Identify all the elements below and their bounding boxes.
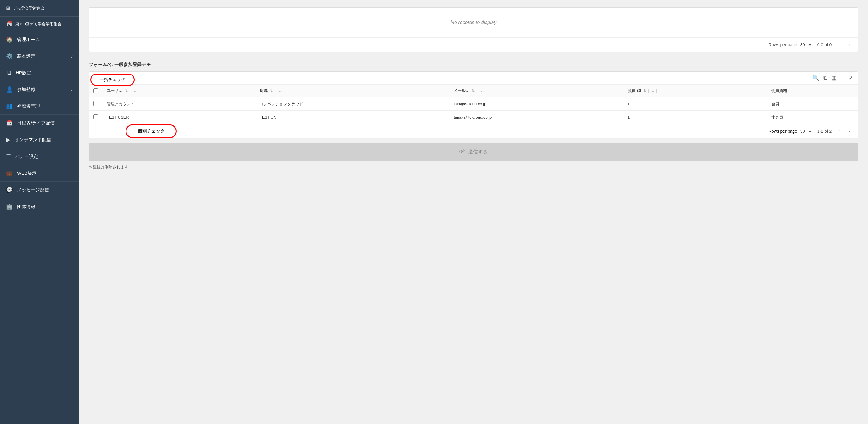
chat-icon: 💬 — [6, 187, 13, 193]
fullscreen-icon[interactable]: ⤢ — [848, 75, 853, 81]
col-affiliation-menu-icon[interactable]: ≡ — [278, 89, 280, 92]
rows-per-page-label-lower: Rows per page — [769, 129, 797, 134]
pagination-info-lower: 1-2 of 2 — [817, 129, 832, 134]
person-icon: 👤 — [6, 86, 13, 93]
table-row: 管理アカウント コンベンションクラウド info@c-cloud.co.jp 1… — [89, 97, 858, 111]
monitor-icon: 🖥 — [6, 70, 11, 76]
rows-per-page-lower: Rows per page 30 50 100 — [769, 129, 812, 134]
sidebar-item-schedule[interactable]: 📅 日程表/ライブ配信 — [0, 115, 79, 132]
row2-checkbox[interactable] — [93, 114, 98, 119]
chevron-down-icon2: ∨ — [70, 87, 73, 92]
pagination-info-upper: 0-0 of 0 — [817, 42, 832, 47]
sidebar-item-hp[interactable]: 🖥 HP設定 — [0, 65, 79, 81]
footnote: ※重複は削除されます — [89, 164, 858, 170]
row2-user: TEST USER — [102, 111, 255, 124]
row2-member-qual: 非会員 — [767, 111, 858, 124]
row2-affiliation: TEST UNI — [255, 111, 450, 124]
home-icon: 🏠 — [6, 36, 13, 43]
sidebar-item-banner[interactable]: ☰ バナー設定 — [0, 148, 79, 165]
row2-email-link[interactable]: tanaka@c-cloud.co.jp — [454, 115, 492, 120]
row1-member-qual: 会員 — [767, 97, 858, 111]
form-name-value: 一般参加登録デモ — [114, 62, 151, 67]
rows-per-page-label: Rows per page — [769, 42, 797, 47]
table-row: TEST USER TEST UNI tanaka@c-cloud.co.jp … — [89, 111, 858, 124]
lower-table-footer: 個別チェック Rows per page 30 50 100 1-2 of 2 … — [89, 124, 858, 138]
sidebar: ⊞ デモ学会学術集会 📅 第100回デモ学会学術集会 🏠 管理ホーム ⚙️ 基本… — [0, 0, 79, 424]
sort-email-icon[interactable]: ⇅ — [472, 89, 474, 93]
select-all-checkbox[interactable] — [93, 88, 98, 93]
sidebar-item-home[interactable]: 🏠 管理ホーム — [0, 31, 79, 48]
row1-affiliation: コンベンションクラウド — [255, 97, 450, 111]
next-page-button-lower[interactable]: › — [847, 128, 852, 135]
columns-icon[interactable]: ▦ — [832, 75, 837, 81]
people-icon: 👥 — [6, 103, 13, 110]
col-email-menu-icon[interactable]: ≡ — [480, 89, 483, 92]
calendar2-icon: 📅 — [6, 120, 13, 126]
grid-icon: ⊞ — [6, 5, 10, 11]
upper-table-footer: Rows per page 30 50 100 0-0 of 0 ‹ › — [89, 37, 858, 52]
calendar-icon: 📅 — [6, 21, 12, 27]
menu-icon: ☰ — [6, 153, 11, 160]
sidebar-item-web[interactable]: 💼 WEB展示 — [0, 165, 79, 182]
sort-affiliation-icon[interactable]: ⇅ — [270, 89, 273, 93]
play-icon: ▶ — [6, 136, 10, 143]
upper-table-section: No records to display Rows per page 30 5… — [89, 7, 858, 52]
prev-page-button-lower[interactable]: ‹ — [836, 128, 842, 135]
col-header-affiliation: 所属 ⇅ | ≡ | — [255, 85, 450, 97]
data-table: 一括チェック ユーザ… ⇅ | ≡ | — [89, 85, 858, 124]
form-name-label: フォーム名: 一般参加登録デモ — [89, 62, 858, 67]
col-fee-menu-icon[interactable]: ≡ — [652, 89, 654, 92]
sidebar-item-org[interactable]: 🏢 団体情報 — [0, 198, 79, 215]
submit-button[interactable]: 0件 送信する — [89, 143, 858, 161]
row2-user-link[interactable]: TEST USER — [107, 115, 129, 120]
col-header-check: 一括チェック — [89, 85, 102, 97]
row1-user-link[interactable]: 管理アカウント — [107, 102, 134, 106]
sidebar-item-basic[interactable]: ⚙️ 基本設定 ∨ — [0, 48, 79, 65]
row1-check — [89, 97, 102, 111]
sidebar-item-registration[interactable]: 👤 参加登録 ∨ — [0, 81, 79, 98]
individual-check-annotation: 個別チェック — [126, 124, 177, 138]
lower-table-section: 🔍 ⧉ ▦ ≡ ⤢ 一括チェック — [89, 71, 858, 139]
row2-member-fee: 1 — [623, 111, 767, 124]
sort-fee-icon[interactable]: ⇅ — [643, 89, 646, 93]
col-header-user: ユーザ… ⇅ | ≡ | — [102, 85, 255, 97]
row1-email: info@c-cloud.co.jp — [450, 97, 623, 111]
next-page-button-upper[interactable]: › — [847, 41, 852, 48]
row1-email-link[interactable]: info@c-cloud.co.jp — [454, 102, 486, 106]
search-icon[interactable]: 🔍 — [812, 75, 819, 81]
no-records-message: No records to display — [89, 8, 858, 37]
sidebar-item-message[interactable]: 💬 メッセージ配信 — [0, 182, 79, 198]
row1-member-fee: 1 — [623, 97, 767, 111]
col-header-email: メール… ⇅ | ≡ | — [450, 85, 623, 97]
row1-checkbox[interactable] — [93, 101, 98, 106]
col-header-member-qual: 会員資格 — [767, 85, 858, 97]
building-icon: 🏢 — [6, 203, 13, 210]
gear-icon: ⚙️ — [6, 53, 13, 60]
sidebar-org2[interactable]: 📅 第100回デモ学会学術集会 — [0, 17, 79, 31]
bulk-check-annotation: 一括チェック — [90, 74, 135, 86]
table-toolbar: 🔍 ⧉ ▦ ≡ ⤢ — [89, 72, 858, 85]
sidebar-org1[interactable]: ⊞ デモ学会学術集会 — [0, 0, 79, 17]
list-icon[interactable]: ≡ — [841, 75, 844, 81]
row1-user: 管理アカウント — [102, 97, 255, 111]
rows-per-page-select[interactable]: 30 50 100 — [799, 42, 812, 48]
sort-user-icon[interactable]: ⇅ — [125, 89, 128, 93]
sidebar-item-speaker[interactable]: 👥 登壇者管理 — [0, 98, 79, 115]
briefcase-icon: 💼 — [6, 170, 13, 176]
filter-icon[interactable]: ⧉ — [823, 75, 827, 81]
prev-page-button-upper[interactable]: ‹ — [836, 41, 842, 48]
rows-per-page-control: Rows per page 30 50 100 — [769, 42, 812, 48]
col-header-member-fee: 会員 ¥0 ⇅ | ≡ | — [623, 85, 767, 97]
main-content: No records to display Rows per page 30 5… — [79, 0, 868, 424]
row2-email: tanaka@c-cloud.co.jp — [450, 111, 623, 124]
chevron-down-icon: ∨ — [70, 54, 73, 58]
sidebar-item-ondemand[interactable]: ▶ オンデマンド配信 — [0, 132, 79, 148]
col-user-menu-icon[interactable]: ≡ — [134, 89, 135, 92]
rows-per-page-select-lower[interactable]: 30 50 100 — [799, 129, 812, 134]
row2-check — [89, 111, 102, 124]
